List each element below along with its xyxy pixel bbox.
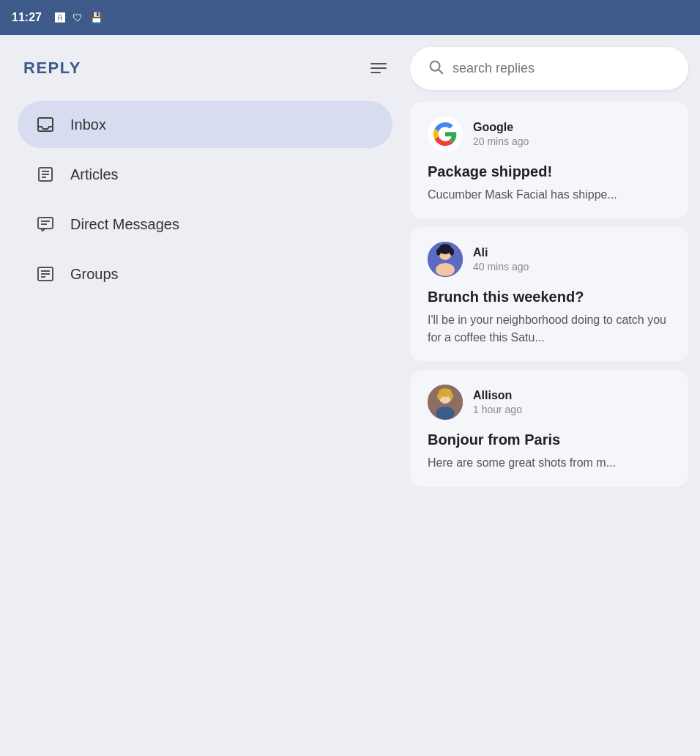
main-container: REPLY Inbox (0, 35, 700, 756)
right-panel: Google 20 mins ago Package shipped! Cucu… (410, 35, 700, 756)
card-title-ali: Brunch this weekend? (428, 289, 671, 305)
card-header-ali: Ali 40 mins ago (428, 242, 671, 277)
message-card-ali[interactable]: Ali 40 mins ago Brunch this weekend? I'l… (410, 227, 688, 361)
articles-icon (35, 164, 56, 185)
svg-point-22 (436, 407, 455, 420)
menu-bar-3 (371, 72, 381, 73)
status-icon-a: 🅰 (55, 12, 65, 23)
sender-name-google: Google (473, 121, 529, 134)
card-title-google: Package shipped! (428, 163, 671, 180)
sidebar-item-groups[interactable]: Groups (18, 251, 392, 297)
sender-name-allison: Allison (473, 389, 522, 402)
sidebar-item-articles[interactable]: Articles (18, 151, 392, 198)
menu-icon[interactable] (371, 63, 387, 73)
status-bar: 11:27 🅰 🛡 💾 (0, 0, 700, 35)
search-icon (428, 59, 444, 78)
app-title: REPLY (23, 59, 81, 78)
sidebar-header: REPLY (18, 59, 392, 78)
sidebar-item-groups-label: Groups (70, 266, 119, 283)
status-icon-storage: 💾 (90, 12, 103, 23)
search-input[interactable] (453, 61, 671, 76)
inbox-icon (35, 114, 56, 135)
menu-bar-1 (371, 63, 387, 64)
status-time: 11:27 (12, 11, 42, 24)
avatar-ali (428, 242, 463, 277)
svg-point-24 (437, 393, 442, 399)
svg-point-16 (436, 263, 455, 276)
sidebar-item-direct-messages-label: Direct Messages (70, 216, 179, 233)
search-bar[interactable] (410, 47, 688, 90)
sidebar-item-inbox[interactable]: Inbox (18, 101, 392, 148)
svg-point-18 (436, 248, 441, 256)
sender-time-ali: 40 mins ago (473, 261, 529, 273)
card-header-allison: Allison 1 hour ago (428, 385, 671, 420)
sender-info-ali: Ali 40 mins ago (473, 246, 529, 273)
avatar-allison (428, 385, 463, 420)
sidebar-item-articles-label: Articles (70, 166, 119, 183)
card-header-google: Google 20 mins ago (428, 116, 671, 152)
sender-info-allison: Allison 1 hour ago (473, 389, 522, 415)
svg-rect-5 (38, 218, 53, 229)
sender-time-allison: 1 hour ago (473, 404, 522, 415)
sidebar-item-inbox-label: Inbox (70, 116, 106, 133)
svg-point-25 (449, 393, 453, 399)
message-card-allison[interactable]: Allison 1 hour ago Bonjour from Paris He… (410, 370, 688, 486)
svg-line-13 (439, 70, 442, 73)
sender-info-google: Google 20 mins ago (473, 121, 529, 147)
groups-icon (35, 264, 56, 284)
status-icon-shield: 🛡 (72, 12, 83, 23)
card-preview-ali: I'll be in your neighborhood doing to ca… (428, 311, 671, 346)
direct-messages-icon (35, 214, 56, 234)
sidebar: REPLY Inbox (0, 35, 410, 756)
message-card-google[interactable]: Google 20 mins ago Package shipped! Cucu… (410, 102, 688, 218)
sender-name-ali: Ali (473, 246, 529, 259)
menu-bar-2 (371, 67, 387, 69)
avatar-google (428, 116, 463, 152)
card-preview-google: Cucumber Mask Facial has shippe... (428, 186, 671, 204)
nav-list: Inbox Articles (18, 101, 392, 297)
sidebar-item-direct-messages[interactable]: Direct Messages (18, 201, 392, 248)
svg-point-19 (450, 248, 454, 256)
sender-time-google: 20 mins ago (473, 136, 529, 147)
card-title-allison: Bonjour from Paris (428, 431, 671, 448)
card-preview-allison: Here are some great shots from m... (428, 454, 671, 472)
